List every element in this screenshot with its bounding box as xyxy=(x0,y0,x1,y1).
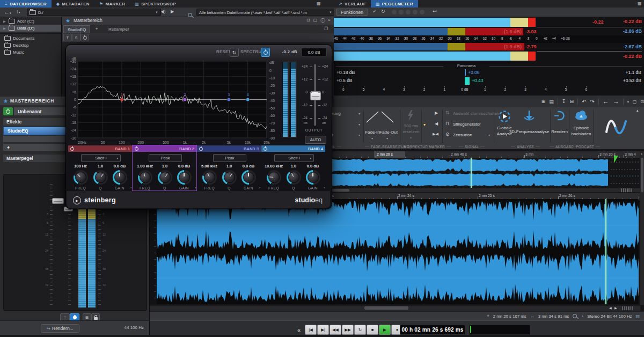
q-knob[interactable] xyxy=(93,170,108,185)
back-icon[interactable]: ←▾ xyxy=(4,9,11,15)
band-section-2[interactable]: BAND 2Peak1.00 kHzFREQ1.0Q0.0 dBGAIN● xyxy=(133,145,196,191)
undo-icon[interactable]: ↶ xyxy=(582,99,586,105)
file-length-value[interactable]: 3 mn 34 s 91 ms xyxy=(538,314,569,319)
folder-item[interactable]: Documents xyxy=(0,35,61,42)
q-knob[interactable] xyxy=(287,170,301,185)
open-folder-icon[interactable]: ▤ xyxy=(549,99,554,104)
band-section-3[interactable]: BAND 3Peak5.00 kHzFREQ1.0Q0.0 dBGAIN● xyxy=(197,145,261,191)
band-power-icon[interactable] xyxy=(199,147,203,151)
audio-props-icon[interactable]: ▤ xyxy=(635,314,640,319)
replace-500ms-button[interactable]: 500 ms xyxy=(400,123,422,128)
panel-options-icon[interactable]: ▦ xyxy=(317,1,321,6)
freq-knob[interactable] xyxy=(267,170,281,185)
band-power-icon[interactable] xyxy=(264,147,267,151)
stop-button[interactable]: ■ xyxy=(367,325,378,335)
gain-value[interactable]: 0.0 dB xyxy=(236,164,261,169)
filter-type-select[interactable]: Shelf I▾ xyxy=(81,154,121,162)
master-title-bar[interactable]: ★ Masterbereich ⊡ ▢ ⓘ × xyxy=(61,16,334,25)
preset-power-button[interactable] xyxy=(3,107,13,115)
save-icon[interactable]: ↧ xyxy=(562,99,566,104)
gain-knob[interactable] xyxy=(241,170,256,185)
next-marker-icon[interactable]: ▶ xyxy=(435,111,438,115)
upload-episode-icon[interactable] xyxy=(574,110,589,121)
layout-icon[interactable]: ⊡ xyxy=(640,99,644,104)
redo-icon[interactable]: ↷ xyxy=(590,99,594,105)
go-to-start-icon[interactable]: ↤ xyxy=(433,9,437,14)
scroll-right-icon[interactable]: ▶ xyxy=(614,306,617,310)
spectrum-power-button[interactable] xyxy=(261,48,270,57)
studioeq-plugin-window[interactable]: RESET ↻ SPECTRUM -0.2 dB 0.0 dB dB+30+24… xyxy=(65,45,332,209)
censor-tone-button[interactable]: Zensurton xyxy=(453,133,472,137)
window-icon[interactable]: ▢ xyxy=(633,99,637,104)
speaker-icon[interactable]: ) xyxy=(161,10,165,13)
cursor-position-value[interactable]: 2 mn 20 s 167 ms xyxy=(493,314,526,319)
marker-menu-icon[interactable]: ▾ xyxy=(423,122,426,127)
gain-invert-icon[interactable]: ● xyxy=(259,186,260,189)
v-scroll-thumb[interactable] xyxy=(641,158,643,192)
folder-item[interactable]: Music xyxy=(0,49,61,56)
fade-out-menu-icon[interactable]: ▾ xyxy=(386,136,388,140)
render-master-button[interactable]: ↪ Rendern... xyxy=(41,324,79,333)
up-icon[interactable]: ↑▾ xyxy=(16,9,20,14)
maximize-icon[interactable]: ▢ xyxy=(313,18,318,24)
silence-generator-button[interactable]: Stillegenerator xyxy=(453,122,481,127)
nav-back-icon[interactable]: ← xyxy=(603,98,609,105)
zoom-status-icon[interactable] xyxy=(573,314,577,318)
info-icon[interactable]: ⓘ xyxy=(320,18,325,24)
power-icon[interactable] xyxy=(80,34,89,41)
dock-icon[interactable]: ⊡ xyxy=(306,18,310,24)
loop-button[interactable]: ↻ xyxy=(354,325,366,335)
overview-zoom-widget[interactable] xyxy=(621,188,632,192)
bypass-icon[interactable]: Ŧ xyxy=(63,34,72,41)
new-file-icon[interactable]: ⊞ xyxy=(541,99,546,104)
global-analysis-icon[interactable] xyxy=(497,109,511,123)
tab-pegelmeter[interactable]: ▥PEGELMETER xyxy=(371,0,418,8)
expand-icon[interactable]: ▶ xyxy=(3,26,6,30)
path-combo[interactable]: D:/ ▼ xyxy=(27,9,161,16)
band-power-icon[interactable] xyxy=(70,147,74,151)
upload-episode-button[interactable]: Episode xyxy=(568,126,595,130)
fade-out-label[interactable]: Fade-Out xyxy=(379,130,398,135)
file-format-value[interactable]: Stereo 24-Bit 44 100 Hz xyxy=(587,314,632,319)
refresh-icon[interactable]: ↻ xyxy=(381,9,385,14)
overview-marker-flag[interactable] xyxy=(614,156,618,163)
dropdown-icon[interactable]: ▾ xyxy=(627,100,629,104)
band-header[interactable]: BAND 1 xyxy=(68,145,132,152)
gain-invert-icon[interactable]: ● xyxy=(324,186,325,189)
q-knob[interactable] xyxy=(222,170,237,185)
tab-spektroskop[interactable]: ▥SPEKTROSKOP xyxy=(130,0,181,8)
censor-menu-icon[interactable]: ▾ xyxy=(488,133,490,137)
freq-analysis-button[interactable]: 3D-Frequenzanalyse xyxy=(507,129,552,134)
search-icon[interactable] xyxy=(188,13,192,17)
filter-type-select[interactable]: Peak xyxy=(149,154,182,162)
band-power-icon[interactable] xyxy=(135,147,138,151)
q-knob[interactable] xyxy=(158,170,172,185)
expand-icon[interactable]: ▶ xyxy=(3,19,6,23)
render-icon[interactable] xyxy=(554,110,566,122)
drive-item[interactable]: ▶Acer (C:) xyxy=(0,18,61,25)
band-header[interactable]: BAND 2 xyxy=(133,145,196,152)
drive-item[interactable]: ▶Data (D:) xyxy=(0,25,61,32)
tab-resampler[interactable]: Resampler xyxy=(104,25,134,33)
save-as-icon[interactable]: ⊟ xyxy=(569,99,574,104)
fade-out-icon[interactable] xyxy=(380,111,394,123)
gain-value[interactable]: 0.0 dB xyxy=(107,164,132,169)
tab-studioeq[interactable]: StudioEQ xyxy=(63,25,90,34)
freq-knob[interactable] xyxy=(202,170,217,185)
prev-marker-icon[interactable]: ◀ xyxy=(435,121,438,126)
main-vertical-scrollbar[interactable]: ▴ xyxy=(640,151,644,305)
main-scroll-thumb[interactable] xyxy=(364,306,408,310)
gain-knob[interactable] xyxy=(177,170,192,185)
new-document-icon[interactable]: ❐ xyxy=(324,26,328,31)
funktionen-button[interactable]: Funktionen xyxy=(336,9,368,16)
play-button[interactable]: ▶ xyxy=(379,325,391,335)
gain-value[interactable]: 0.0 dB xyxy=(172,164,196,169)
tab-verlauf[interactable]: ↗VERLAUF xyxy=(334,0,371,8)
korrektur-menu-icon[interactable]: ▾ xyxy=(410,136,412,140)
fade-in-menu-icon[interactable]: ▾ xyxy=(371,136,373,140)
markers-pair-icon[interactable]: ▶◀ xyxy=(433,132,438,136)
meter-options-icon[interactable]: ▦ xyxy=(638,1,642,6)
filter-type-select[interactable]: Peak xyxy=(213,154,246,162)
time-display[interactable]: 00 h 02 mn 26 s 692 ms xyxy=(400,325,465,335)
filter-type-select[interactable]: Shelf I▾ xyxy=(274,154,314,162)
